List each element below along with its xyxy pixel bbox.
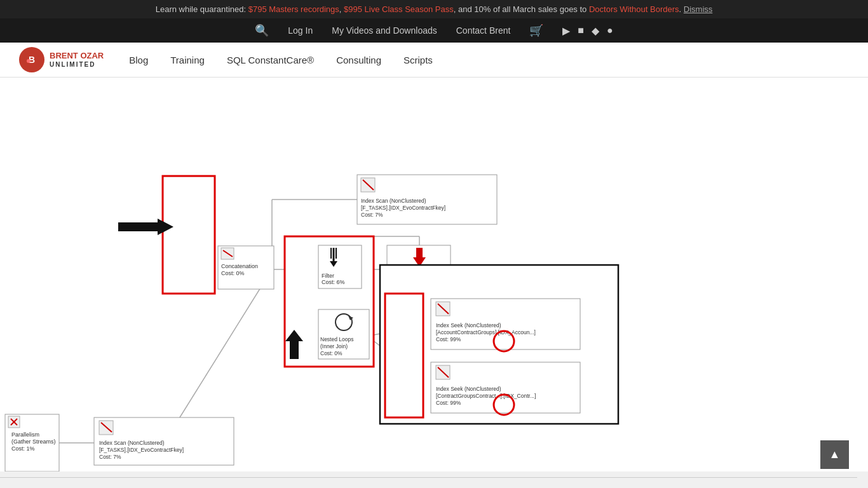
- svg-rect-64: [385, 294, 423, 417]
- scroll-to-top-button[interactable]: ▲: [820, 440, 849, 469]
- login-link[interactable]: Log In: [288, 25, 313, 36]
- svg-text:Filter: Filter: [322, 273, 334, 279]
- svg-point-2: [27, 59, 31, 63]
- svg-text:Cost: 1%: Cost: 1%: [11, 445, 35, 452]
- svg-text:Index Seek (NonClustered): Index Seek (NonClustered): [436, 322, 501, 329]
- svg-text:Cost: 7%: Cost: 7%: [99, 454, 121, 460]
- site-logo[interactable]: B BRENT OZAR UNLIMITED: [19, 47, 104, 72]
- contact-link[interactable]: Contact Brent: [456, 25, 511, 36]
- horizontal-scrollbar[interactable]: [0, 477, 857, 488]
- github-icon[interactable]: ●: [607, 25, 613, 37]
- dismiss-link[interactable]: Dismiss: [684, 4, 713, 14]
- svg-text:Index Scan (NonClustered): Index Scan (NonClustered): [99, 440, 165, 446]
- svg-text:[ContractGroupsContract...].[I: [ContractGroupsContract...].[IDX_Contr..…: [436, 393, 536, 399]
- twitter-icon[interactable]: ◆: [592, 25, 599, 37]
- svg-text:Parallelism: Parallelism: [11, 431, 39, 438]
- svg-text:Cost: 6%: Cost: 6%: [322, 279, 345, 285]
- main-nav: B BRENT OZAR UNLIMITED Blog Training SQL…: [0, 43, 868, 78]
- svg-text:Cost: 99%: Cost: 99%: [436, 336, 461, 342]
- logo-text: BRENT OZAR UNLIMITED: [50, 51, 104, 69]
- announcement-text: Learn while quarantined: $795 Masters re…: [156, 4, 713, 14]
- svg-text:[F_TASKS].[IDX_EvoContractFkey: [F_TASKS].[IDX_EvoContractFkey]: [99, 447, 184, 453]
- svg-text:[F_TASKS].[IDX_EvoContractFkey: [F_TASKS].[IDX_EvoContractFkey]: [361, 205, 445, 211]
- social-icons: ▶ ■ ◆ ●: [562, 25, 613, 37]
- charity-link[interactable]: Doctors Without Borders: [589, 4, 679, 14]
- masters-link[interactable]: $795 Masters recordings: [248, 4, 339, 14]
- svg-text:Cost: 99%: Cost: 99%: [436, 400, 461, 406]
- facebook-icon[interactable]: ■: [578, 25, 584, 37]
- cart-icon[interactable]: 🛒: [529, 24, 543, 37]
- announcement-bar: Learn while quarantined: $795 Masters re…: [0, 0, 868, 18]
- svg-text:Index Scan (NonClustered): Index Scan (NonClustered): [361, 198, 426, 204]
- content-area: Parallelism (Gather Streams) Cost: 1% In…: [0, 78, 868, 471]
- scroll-top-icon: ▲: [829, 448, 841, 461]
- svg-rect-33: [163, 176, 215, 294]
- nav-sql[interactable]: SQL ConstantCare®: [227, 55, 314, 65]
- svg-text:(Inner Join): (Inner Join): [320, 343, 348, 349]
- query-plan-diagram: Parallelism (Gather Streams) Cost: 1% In…: [0, 78, 868, 471]
- svg-text:Index Seek (NonClustered): Index Seek (NonClustered): [436, 386, 501, 392]
- svg-text:Cost: 0%: Cost: 0%: [221, 270, 245, 276]
- main-nav-links: Blog Training SQL ConstantCare® Consulti…: [129, 55, 433, 65]
- svg-text:Concatenation: Concatenation: [221, 263, 258, 269]
- season-pass-link[interactable]: $995 Live Class Season Pass: [344, 4, 454, 14]
- svg-text:Nested Loops: Nested Loops: [320, 336, 353, 342]
- top-nav: 🔍 Log In My Videos and Downloads Contact…: [0, 18, 868, 43]
- logo-icon: B: [19, 47, 44, 72]
- nav-scripts[interactable]: Scripts: [403, 55, 433, 65]
- nav-training[interactable]: Training: [170, 55, 205, 65]
- youtube-icon[interactable]: ▶: [562, 25, 570, 37]
- nav-consulting[interactable]: Consulting: [336, 55, 381, 65]
- svg-text:(Gather Streams): (Gather Streams): [11, 438, 56, 445]
- search-icon[interactable]: 🔍: [255, 24, 269, 37]
- svg-text:Cost: 0%: Cost: 0%: [320, 350, 342, 356]
- svg-text:Cost: 7%: Cost: 7%: [361, 212, 383, 218]
- videos-link[interactable]: My Videos and Downloads: [332, 25, 437, 36]
- svg-text:[AccountContractGroups].[IDX_A: [AccountContractGroups].[IDX_Accoun...]: [436, 329, 536, 336]
- nav-blog[interactable]: Blog: [129, 55, 148, 65]
